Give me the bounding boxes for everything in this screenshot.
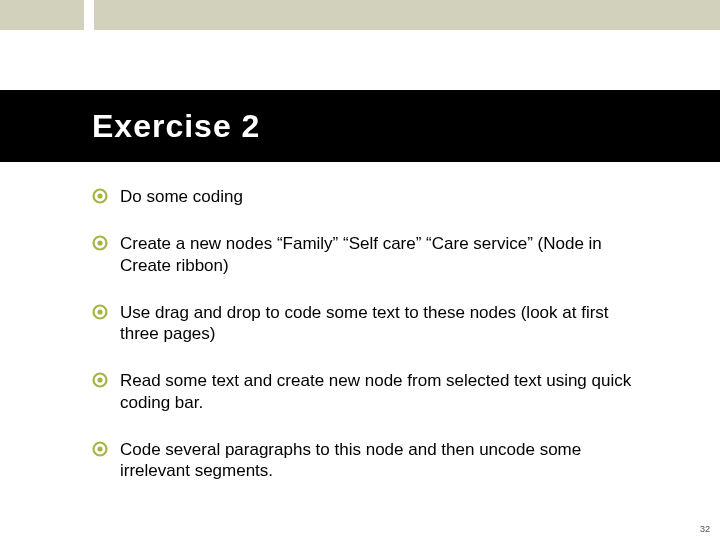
target-bullet-icon	[92, 304, 108, 320]
list-item-text: Use drag and drop to code some text to t…	[120, 302, 652, 345]
page-number: 32	[700, 524, 710, 534]
target-bullet-icon	[92, 372, 108, 388]
target-bullet-icon	[92, 235, 108, 251]
list-item: Code several paragraphs to this node and…	[92, 439, 652, 482]
target-bullet-icon	[92, 441, 108, 457]
slide-title: Exercise 2	[92, 108, 260, 145]
svg-point-7	[97, 378, 102, 383]
list-item-text: Read some text and create new node from …	[120, 370, 652, 413]
svg-point-3	[97, 241, 102, 246]
svg-point-9	[97, 446, 102, 451]
list-item: Do some coding	[92, 186, 652, 207]
list-item-text: Do some coding	[120, 186, 243, 207]
target-bullet-icon	[92, 188, 108, 204]
svg-point-5	[97, 309, 102, 314]
svg-point-1	[97, 193, 102, 198]
list-item-text: Code several paragraphs to this node and…	[120, 439, 652, 482]
list-item: Create a new nodes “Family” “Self care” …	[92, 233, 652, 276]
list-item: Use drag and drop to code some text to t…	[92, 302, 652, 345]
list-item-text: Create a new nodes “Family” “Self care” …	[120, 233, 652, 276]
list-item: Read some text and create new node from …	[92, 370, 652, 413]
top-accent-left	[0, 0, 84, 30]
title-band: Exercise 2	[0, 90, 720, 162]
bullet-list: Do some coding Create a new nodes “Famil…	[92, 186, 652, 507]
top-accent-right	[94, 0, 720, 30]
